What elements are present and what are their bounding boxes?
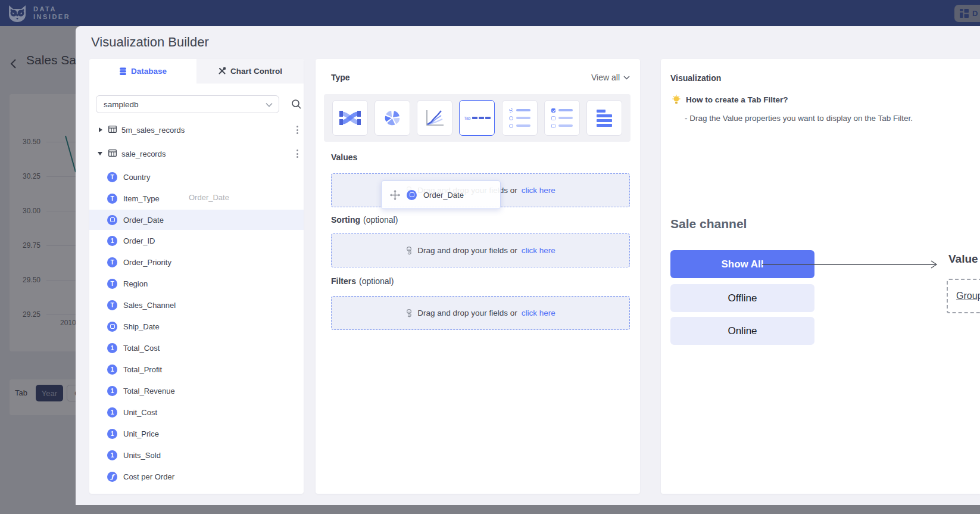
view-all-label: View all [591, 73, 620, 82]
visualization-panel: Visualization How to create a Tab Filter… [661, 59, 980, 494]
chart-type-strip: Tab [324, 94, 631, 142]
pie-chart-icon [383, 108, 402, 127]
number-type-icon: 1 [107, 450, 117, 460]
table-name: sale_records [121, 149, 166, 158]
field-name: Item_Type [123, 194, 160, 203]
tip-body: - Drag the Value properties you want to … [685, 114, 913, 123]
field-row[interactable]: 1 Units_Sold [89, 445, 304, 465]
field-row[interactable]: T Region [89, 273, 304, 294]
number-type-icon: 1 [107, 365, 117, 375]
click-here-link[interactable]: click here [522, 246, 555, 255]
field-row[interactable]: 1 Total_Cost [89, 338, 304, 358]
dashboard-grid-icon [960, 9, 969, 18]
type-tile-radio-list[interactable] [502, 100, 538, 136]
panel-tabs: Database Chart Control [89, 59, 304, 83]
date-type-icon [107, 322, 117, 332]
dragged-field-chip[interactable]: Order_Date [381, 180, 501, 209]
field-name: Ship_Date [123, 322, 160, 331]
modal-title: Visualization Builder [91, 35, 209, 50]
group-annotation-box: Group [947, 279, 980, 313]
field-row[interactable]: 1 Order_ID [89, 230, 304, 251]
function-type-icon: ƒ [107, 472, 117, 482]
field-row[interactable]: 1 Unit_Price [89, 423, 304, 444]
chevron-down-icon [623, 76, 630, 80]
search-icon[interactable] [289, 97, 304, 111]
builder-panel: Type View all [316, 59, 640, 494]
field-name: Region [123, 279, 148, 288]
tab-database-label: Database [131, 67, 167, 76]
field-name: Unit_Cost [123, 408, 157, 417]
date-type-icon [107, 215, 117, 225]
field-row[interactable]: 1 Total_Revenue [89, 381, 304, 401]
date-type-icon [407, 190, 417, 200]
table-node-collapsed[interactable]: 5m_sales_records [89, 122, 304, 138]
dashboard-button[interactable]: D [954, 5, 980, 22]
caret-right-icon[interactable] [99, 127, 102, 132]
values-section-label: Values [331, 152, 357, 162]
kebab-menu-icon[interactable] [294, 123, 301, 136]
type-tile-sankey[interactable] [332, 100, 368, 136]
sankey-chart-icon [339, 110, 361, 126]
dropzone-hint: Drag and drop your fields or [417, 309, 517, 317]
field-name: Total_Profit [123, 365, 162, 374]
type-tile-line[interactable] [417, 100, 452, 136]
field-name: Order_Date [123, 216, 164, 225]
field-name: Unit_Price [123, 429, 159, 438]
field-row[interactable]: 1 Unit_Cost [89, 402, 304, 422]
move-cursor-icon [390, 190, 400, 200]
field-name: Sales_Channel [123, 301, 176, 310]
online-button[interactable]: Online [670, 317, 814, 345]
database-select-value: sampledb [104, 100, 139, 109]
database-select[interactable]: sampledb [96, 95, 279, 113]
text-type-icon: T [107, 279, 117, 289]
tab-database[interactable]: Database [89, 59, 196, 83]
text-type-icon: T [107, 300, 117, 310]
drag-ghost-label: Order_Date [189, 193, 229, 202]
tab-chart-control[interactable]: Chart Control [196, 59, 304, 83]
field-name: Units_Sold [123, 451, 161, 460]
top-navigation-bar: DATA INSIDER D [0, 0, 980, 26]
field-row[interactable]: Ship_Date [89, 316, 304, 337]
dashboard-button-label: D [972, 9, 978, 18]
number-type-icon: 1 [107, 429, 117, 439]
annotation-arrow [762, 258, 953, 270]
type-tile-table[interactable] [586, 100, 622, 136]
database-icon [119, 67, 127, 76]
brand-logo: DATA INSIDER [6, 2, 70, 24]
field-row[interactable]: T Order_Priority [89, 252, 304, 272]
click-here-link[interactable]: click here [522, 186, 555, 195]
tab-filter-icon-text: Tab [464, 116, 470, 120]
offline-button[interactable]: Offline [670, 284, 814, 312]
checkbox-list-icon [551, 108, 573, 128]
field-row[interactable]: T Country [89, 167, 304, 187]
click-here-link[interactable]: click here [522, 309, 555, 317]
sorting-dropzone[interactable]: Drag and drop your fields or click here [331, 233, 630, 267]
brand-line-2: INSIDER [33, 13, 70, 21]
kebab-menu-icon[interactable] [294, 147, 301, 160]
visualization-builder-modal: Visualization Builder Database Chart Con… [76, 26, 980, 505]
number-type-icon: 1 [107, 407, 117, 418]
caret-down-icon[interactable] [98, 152, 102, 155]
number-type-icon: 1 [107, 236, 117, 246]
table-icon [108, 126, 117, 135]
text-type-icon: T [107, 194, 117, 204]
table-node-expanded[interactable]: sale_records [89, 145, 304, 162]
field-row-selected[interactable]: Order_Date [89, 210, 304, 230]
database-panel: Database Chart Control sampledb [89, 59, 304, 494]
sorting-section-label: Sorting(optional) [331, 215, 398, 225]
number-type-icon: 1 [107, 386, 117, 396]
filters-dropzone[interactable]: Drag and drop your fields or click here [331, 296, 630, 330]
field-row[interactable]: T Sales_Channel [89, 295, 304, 315]
table-view-icon [597, 110, 612, 127]
type-tile-checkbox-list[interactable] [544, 100, 580, 136]
number-type-icon: 1 [107, 343, 117, 353]
field-row[interactable]: ƒ Cost per Order [89, 466, 304, 487]
chip-field-name: Order_Date [423, 191, 464, 200]
type-tile-pie[interactable] [374, 100, 410, 136]
view-all-button[interactable]: View all [591, 73, 630, 82]
line-chart-icon [425, 109, 445, 127]
text-type-icon: T [107, 257, 117, 267]
brand-line-1: DATA [33, 5, 70, 13]
field-row[interactable]: 1 Total_Profit [89, 359, 304, 379]
type-tile-tab-filter[interactable]: Tab [459, 100, 495, 136]
